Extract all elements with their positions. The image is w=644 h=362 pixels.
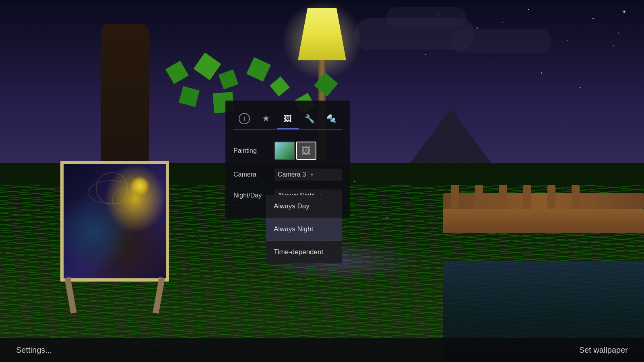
bridge (443, 193, 644, 314)
painting-canvas (60, 161, 169, 282)
ivy-leaf (242, 53, 275, 86)
settings-button[interactable]: Settings... (16, 346, 52, 355)
tab-image[interactable]: 🖼 (277, 109, 299, 129)
tab-underline-left (233, 129, 277, 130)
bottom-bar: Settings... Set wallpaper (0, 338, 644, 362)
camera-label: Camera (233, 171, 270, 178)
painting-row: Painting 🖼 (233, 142, 342, 160)
tab-bar: i ★ 🖼 🔧 🔩 (233, 109, 342, 130)
cloud (451, 29, 551, 53)
camera-dropdown-arrow: ▾ (311, 172, 313, 177)
tab-settings2[interactable]: 🔩 (320, 109, 342, 129)
ivy-leaf (173, 80, 206, 113)
easel-leg-right (153, 277, 165, 314)
cloud (386, 7, 467, 27)
easel-leg-left (64, 277, 76, 314)
camera-dropdown[interactable]: Camera 3 ▾ (275, 169, 342, 181)
ivy-leaf (191, 50, 223, 82)
bridge-floor (443, 209, 644, 233)
dropdown-option-time-dependent[interactable]: Time-dependent (266, 241, 342, 263)
night-day-dropdown-menu: Always Day Always Night Time-dependent (266, 195, 342, 263)
particle (354, 181, 355, 182)
painting-thumb-landscape[interactable] (275, 142, 295, 160)
painting-thumb-custom[interactable]: 🖼 (296, 142, 316, 160)
painting-label: Painting (233, 147, 270, 154)
ivy-leaf (269, 76, 291, 97)
easel (52, 161, 181, 314)
painting-value: 🖼 (275, 142, 342, 160)
set-wallpaper-button[interactable]: Set wallpaper (579, 346, 628, 355)
dropdown-option-always-day[interactable]: Always Day (266, 195, 342, 218)
camera-row: Camera Camera 3 ▾ (233, 169, 342, 181)
ivy-leaf (214, 65, 243, 94)
painting-inner (64, 164, 166, 278)
particle (386, 217, 388, 218)
dropdown-option-always-night[interactable]: Always Night (266, 218, 342, 241)
painting-thumbs: 🖼 (275, 142, 342, 160)
ivy-leaf (162, 58, 192, 87)
camera-value: Camera 3 ▾ (275, 169, 342, 181)
night-day-label: Night/Day (233, 192, 270, 199)
tab-info[interactable]: i (233, 109, 255, 129)
tab-settings1[interactable]: 🔧 (299, 109, 320, 129)
tab-underline-right (299, 129, 342, 130)
bridge-railing (443, 193, 644, 209)
tab-favorite[interactable]: ★ (255, 109, 277, 129)
camera-dropdown-value: Camera 3 (278, 171, 306, 178)
